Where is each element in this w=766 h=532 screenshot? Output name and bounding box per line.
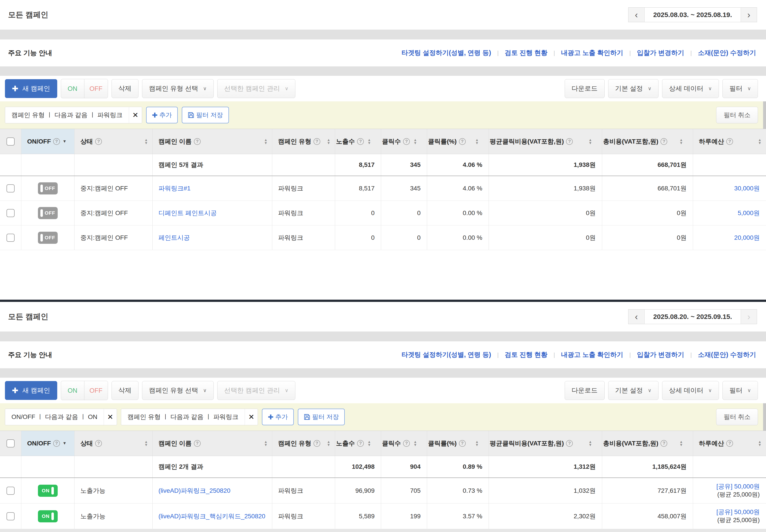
help-icon[interactable]: ? (403, 138, 410, 145)
bulk-on-button[interactable]: ON (61, 79, 84, 98)
sort-icon[interactable]: ▲▼ (264, 138, 267, 145)
sort-icon[interactable]: ▲▼ (144, 138, 148, 145)
basic-settings-button[interactable]: 기본 설정∨ (608, 79, 659, 98)
manage-selected-button[interactable]: 선택한 캠페인 관리∨ (217, 381, 295, 400)
download-button[interactable]: 다운로드 (565, 381, 605, 400)
sort-icon[interactable]: ▲▼ (475, 440, 479, 447)
help-icon[interactable]: ? (459, 440, 466, 447)
row-checkbox[interactable] (7, 234, 15, 242)
date-range-value[interactable]: 2025.08.03. ~ 2025.08.19. (645, 8, 741, 22)
sort-icon[interactable]: ▲▼ (679, 440, 683, 447)
daily-budget-link[interactable]: 20,000원 (734, 233, 760, 242)
add-filter-button[interactable]: ✚추가 (262, 409, 293, 425)
delete-button[interactable]: 삭제 (111, 79, 138, 98)
link-edit-creative[interactable]: 소재(문안) 수정하기 (698, 48, 756, 57)
campaign-toggle[interactable]: OFF (38, 182, 58, 194)
help-icon[interactable]: ? (95, 440, 102, 447)
help-icon[interactable]: ? (95, 138, 102, 145)
bulk-off-button[interactable]: OFF (84, 79, 108, 98)
delete-button[interactable]: 삭제 (111, 381, 138, 400)
campaign-name-link[interactable]: (liveAD)파워링크_250820 (158, 486, 230, 495)
sort-icon[interactable]: ▲▼ (327, 138, 330, 145)
row-checkbox[interactable] (7, 512, 15, 520)
link-ad-exposure[interactable]: 내광고 노출 확인하기 (561, 350, 623, 359)
bulk-on-button[interactable]: ON (61, 381, 84, 400)
date-range-value[interactable]: 2025.08.20. ~ 2025.09.15. (645, 310, 741, 324)
help-icon[interactable]: ? (566, 440, 573, 447)
campaign-type-select[interactable]: 캠페인 유형 선택∨ (142, 381, 214, 400)
detail-data-button[interactable]: 상세 데이터∨ (662, 381, 719, 400)
daily-budget-link[interactable]: 5,000원 (738, 209, 760, 217)
help-icon[interactable]: ? (357, 138, 364, 145)
next-date-button[interactable]: › (741, 8, 757, 22)
row-checkbox[interactable] (7, 487, 15, 495)
campaign-type-select[interactable]: 캠페인 유형 선택∨ (142, 79, 214, 98)
bulk-off-button[interactable]: OFF (84, 381, 108, 400)
sort-icon[interactable]: ▲▼ (589, 138, 592, 145)
daily-budget-link[interactable]: [공유] 50,000원 (716, 483, 760, 490)
link-change-bid[interactable]: 입찰가 변경하기 (637, 350, 684, 359)
campaign-toggle[interactable]: ON (38, 485, 58, 497)
download-button[interactable]: 다운로드 (565, 79, 605, 98)
sort-icon[interactable]: ▲▼ (589, 440, 592, 447)
basic-settings-button[interactable]: 기본 설정∨ (608, 381, 659, 400)
help-icon[interactable]: ? (194, 440, 201, 447)
campaign-name-link[interactable]: (liveAD)파워링크_핵심키워드_250820 (158, 512, 265, 521)
sort-icon[interactable]: ▲▼ (367, 440, 371, 447)
select-all-checkbox[interactable] (7, 137, 15, 146)
link-ad-exposure[interactable]: 내광고 노출 확인하기 (561, 48, 623, 57)
add-filter-button[interactable]: ✚추가 (146, 107, 178, 123)
cancel-filter-button[interactable]: 필터 취소 (716, 409, 758, 425)
link-targeting[interactable]: 타겟팅 설정하기(성별, 연령 등) (402, 350, 491, 359)
sort-icon[interactable]: ▲▼ (679, 138, 683, 145)
help-icon[interactable]: ? (53, 440, 60, 447)
help-icon[interactable]: ? (194, 138, 201, 145)
campaign-toggle[interactable]: ON (38, 510, 58, 522)
prev-date-button[interactable]: ‹ (628, 8, 645, 22)
save-filter-button[interactable]: 필터 저장 (298, 409, 345, 425)
detail-data-button[interactable]: 상세 데이터∨ (662, 79, 719, 98)
scrollbar-thumb[interactable] (763, 403, 766, 431)
sort-icon[interactable]: ▲▼ (758, 138, 762, 145)
link-review-status[interactable]: 검토 진행 현황 (505, 48, 547, 57)
help-icon[interactable]: ? (313, 138, 320, 145)
sort-icon[interactable]: ▲▼ (264, 440, 267, 447)
campaign-name-link[interactable]: 페인트시공 (158, 233, 190, 242)
row-checkbox[interactable] (7, 209, 15, 217)
campaign-name-link[interactable]: 디페인트 페인트시공 (158, 209, 217, 217)
help-icon[interactable]: ? (726, 440, 733, 447)
filter-button[interactable]: 필터∨ (722, 79, 758, 98)
next-date-button[interactable]: › (741, 310, 757, 324)
help-icon[interactable]: ? (661, 440, 667, 447)
help-icon[interactable]: ? (53, 138, 60, 145)
row-checkbox[interactable] (7, 184, 15, 192)
manage-selected-button[interactable]: 선택한 캠페인 관리∨ (217, 79, 295, 98)
help-icon[interactable]: ? (357, 440, 364, 447)
sort-icon[interactable]: ▲▼ (327, 440, 330, 447)
new-campaign-button[interactable]: ✚새 캠페인 (5, 381, 57, 400)
sort-icon[interactable]: ▲▼ (144, 440, 148, 447)
link-targeting[interactable]: 타겟팅 설정하기(성별, 연령 등) (402, 48, 491, 57)
save-filter-button[interactable]: 필터 저장 (182, 107, 229, 123)
help-icon[interactable]: ? (726, 138, 733, 145)
sort-icon[interactable]: ▲▼ (414, 440, 417, 447)
daily-budget-link[interactable]: [공유] 50,000원 (716, 509, 760, 516)
caret-down-icon[interactable]: ▼ (63, 441, 67, 446)
sort-icon[interactable]: ▲▼ (758, 440, 762, 447)
link-review-status[interactable]: 검토 진행 현황 (505, 350, 547, 359)
select-all-checkbox[interactable] (7, 439, 15, 447)
new-campaign-button[interactable]: ✚새 캠페인 (5, 79, 57, 98)
scrollbar-thumb[interactable] (763, 101, 766, 129)
help-icon[interactable]: ? (459, 138, 466, 145)
prev-date-button[interactable]: ‹ (628, 310, 645, 324)
campaign-toggle[interactable]: OFF (38, 232, 58, 244)
link-change-bid[interactable]: 입찰가 변경하기 (637, 48, 684, 57)
remove-filter-icon[interactable]: ✕ (245, 409, 258, 425)
campaign-toggle[interactable]: OFF (38, 207, 58, 219)
cancel-filter-button[interactable]: 필터 취소 (716, 107, 758, 123)
help-icon[interactable]: ? (661, 138, 667, 145)
sort-icon[interactable]: ▲▼ (367, 138, 371, 145)
filter-button[interactable]: 필터∨ (722, 381, 758, 400)
caret-down-icon[interactable]: ▼ (63, 139, 67, 144)
sort-icon[interactable]: ▲▼ (414, 138, 417, 145)
